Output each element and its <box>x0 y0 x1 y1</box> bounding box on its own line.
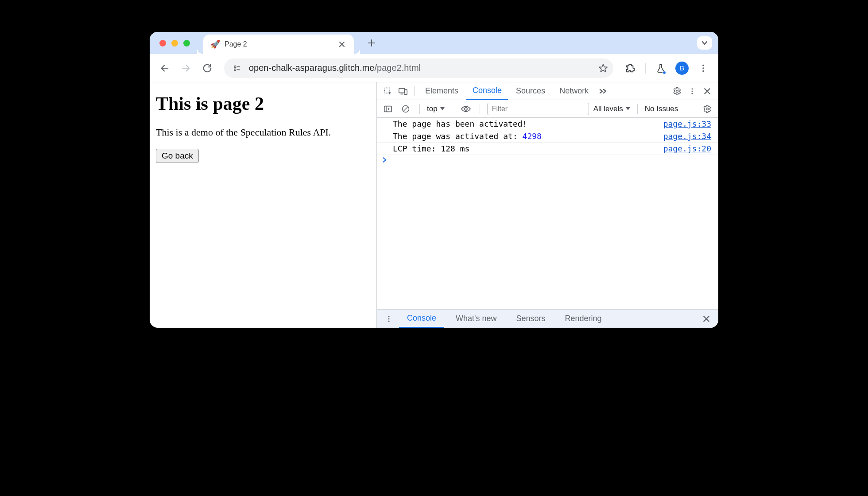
svg-point-32 <box>388 316 390 317</box>
toggle-sidebar-icon[interactable] <box>381 102 395 116</box>
profile-avatar[interactable]: B <box>673 59 691 77</box>
url-text: open-chalk-asparagus.glitch.me/page2.htm… <box>249 63 592 73</box>
devtools-drawer: Console What's new Sensors Rendering <box>377 309 718 328</box>
browser-tab[interactable]: 🚀 Page 2 <box>203 35 354 54</box>
log-message: LCP time: 128 ms <box>393 144 469 153</box>
browser-menu-button[interactable] <box>694 59 712 77</box>
context-selector[interactable]: top <box>427 105 445 113</box>
svg-point-34 <box>388 320 390 322</box>
devtools-close-icon[interactable] <box>701 85 714 98</box>
new-tab-button[interactable] <box>364 36 379 50</box>
log-source-link[interactable]: page.js:34 <box>663 132 711 141</box>
devtools-divider <box>414 86 415 96</box>
svg-marker-30 <box>626 107 630 110</box>
close-tab-icon[interactable] <box>336 39 348 49</box>
tab-title: Page 2 <box>225 40 336 48</box>
svg-marker-28 <box>440 107 445 110</box>
console-output: The page has been activated! page.js:33 … <box>377 118 718 309</box>
log-source-link[interactable]: page.js:33 <box>663 119 711 128</box>
forward-button[interactable] <box>177 59 195 77</box>
address-bar[interactable]: open-chalk-asparagus.glitch.me/page2.htm… <box>224 58 613 78</box>
live-expression-icon[interactable] <box>459 102 473 116</box>
toolbar-divider <box>645 63 646 74</box>
svg-line-27 <box>403 107 408 111</box>
issues-label[interactable]: No Issues <box>645 105 678 113</box>
page-heading: This is page 2 <box>156 93 370 114</box>
tab-sources[interactable]: Sources <box>510 82 551 100</box>
drawer-tab-console[interactable]: Console <box>399 310 444 328</box>
more-tabs-icon[interactable] <box>597 85 610 98</box>
url-host: open-chalk-asparagus.glitch.me <box>249 63 375 73</box>
svg-point-6 <box>234 66 236 67</box>
tab-elements[interactable]: Elements <box>419 82 465 100</box>
chrome-labs-icon[interactable] <box>652 59 670 77</box>
page-viewport: This is page 2 This is a demo of the Spe… <box>150 82 376 328</box>
svg-point-12 <box>702 67 704 69</box>
console-filter-input[interactable] <box>487 103 589 115</box>
extensions-icon[interactable] <box>621 59 639 77</box>
console-divider <box>480 104 480 114</box>
url-path: /page2.html <box>375 63 421 73</box>
console-divider <box>637 104 638 114</box>
svg-rect-15 <box>399 88 405 93</box>
svg-point-18 <box>676 90 678 92</box>
site-info-icon[interactable] <box>231 62 243 74</box>
levels-label: All levels <box>593 105 623 113</box>
bookmark-star-icon[interactable] <box>598 63 608 73</box>
svg-point-7 <box>234 69 236 70</box>
svg-point-13 <box>702 70 704 72</box>
svg-rect-24 <box>384 106 391 112</box>
console-log-row: LCP time: 128 ms page.js:20 <box>377 143 718 155</box>
tab-search-button[interactable] <box>697 36 712 50</box>
svg-marker-10 <box>599 64 607 71</box>
browser-toolbar: open-chalk-asparagus.glitch.me/page2.htm… <box>150 54 718 82</box>
svg-point-11 <box>702 64 704 66</box>
tab-favicon-icon: 🚀 <box>210 39 220 49</box>
log-source-link[interactable]: page.js:20 <box>663 144 711 153</box>
reload-button[interactable] <box>198 59 216 77</box>
console-log-row: The page was activated at: 4298 page.js:… <box>377 130 718 143</box>
avatar-initial: B <box>675 62 689 75</box>
window-controls <box>150 40 190 46</box>
svg-point-20 <box>692 90 693 92</box>
drawer-tab-whats-new[interactable]: What's new <box>448 310 504 328</box>
console-log-row: The page has been activated! page.js:33 <box>377 118 718 130</box>
go-back-button[interactable]: Go back <box>156 149 199 163</box>
console-toolbar: top All levels No Issues <box>377 100 718 118</box>
log-number: 4298 <box>523 132 542 141</box>
devtools-panel: Elements Console Sources Network <box>376 82 718 328</box>
clear-console-icon[interactable] <box>399 102 412 116</box>
log-message: The page has been activated! <box>393 119 527 128</box>
svg-point-29 <box>465 108 467 110</box>
svg-point-21 <box>692 93 693 94</box>
log-levels-selector[interactable]: All levels <box>593 105 630 113</box>
console-prompt[interactable] <box>377 155 718 165</box>
drawer-tab-sensors[interactable]: Sensors <box>508 310 554 328</box>
inspect-element-icon[interactable] <box>381 85 395 98</box>
drawer-menu-icon[interactable] <box>382 312 395 326</box>
back-button[interactable] <box>156 59 174 77</box>
fullscreen-window-button[interactable] <box>183 40 190 46</box>
minimize-window-button[interactable] <box>171 40 178 46</box>
devtools-settings-icon[interactable] <box>670 85 684 98</box>
svg-point-33 <box>388 318 390 319</box>
log-message: The page was activated at: <box>393 132 523 141</box>
tab-strip: 🚀 Page 2 <box>150 32 718 54</box>
drawer-close-icon[interactable] <box>700 312 713 326</box>
page-paragraph: This is a demo of the Speculation Rules … <box>156 127 370 138</box>
devtools-menu-icon[interactable] <box>686 85 699 98</box>
labs-notification-dot-icon <box>663 71 666 74</box>
device-toolbar-icon[interactable] <box>396 85 410 98</box>
svg-point-19 <box>692 88 693 89</box>
devtools-tab-bar: Elements Console Sources Network <box>377 82 718 100</box>
console-divider <box>419 104 420 114</box>
browser-window: 🚀 Page 2 open-chalk-asparag <box>150 32 718 328</box>
tab-network[interactable]: Network <box>553 82 595 100</box>
content-area: This is page 2 This is a demo of the Spe… <box>150 82 718 328</box>
tab-console[interactable]: Console <box>466 82 508 100</box>
drawer-tab-rendering[interactable]: Rendering <box>557 310 610 328</box>
context-label: top <box>427 105 438 113</box>
console-settings-icon[interactable] <box>701 102 714 116</box>
svg-point-31 <box>706 108 709 110</box>
close-window-button[interactable] <box>159 40 166 46</box>
